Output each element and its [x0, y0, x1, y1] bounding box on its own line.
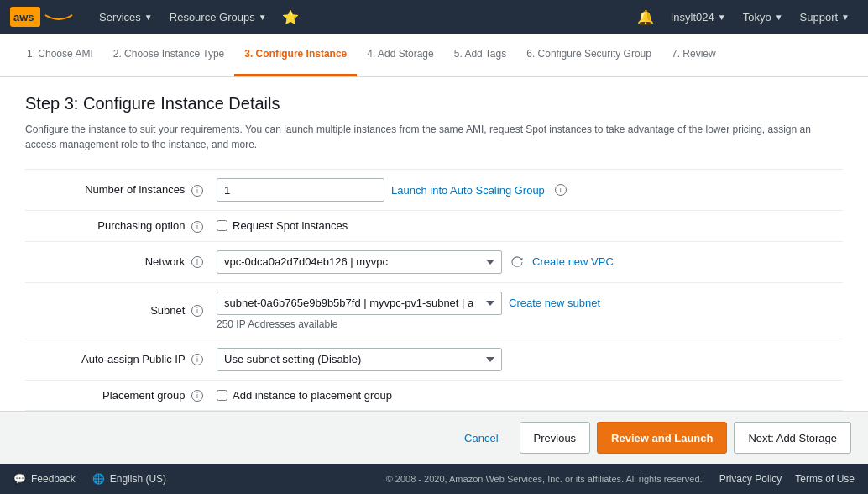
num-instances-input[interactable] [217, 178, 384, 202]
num-instances-label: Number of instances [85, 183, 185, 196]
subnet-row: Subnet i subnet-0a6b765e9b9b5b7fd | myvp… [25, 282, 843, 339]
services-chevron-icon: ▼ [144, 13, 153, 22]
review-launch-button[interactable]: Review and Launch [597, 422, 727, 454]
configure-form: Number of instances i Launch into Auto S… [25, 169, 843, 411]
subnet-info-icon[interactable]: i [191, 305, 203, 317]
network-refresh-button[interactable] [509, 254, 526, 271]
support-chevron-icon: ▼ [841, 13, 850, 22]
placement-check-label: Add instance to placement group [233, 389, 392, 402]
bottom-links: Privacy Policy Terms of Use [719, 473, 855, 485]
subnet-ip-note: 250 IP Addresses available [217, 318, 600, 330]
subnet-label: Subnet [150, 304, 185, 317]
step-6-configure-security-group[interactable]: 6. Configure Security Group [516, 34, 661, 76]
purchasing-label: Purchasing option [97, 219, 185, 232]
copyright-text: © 2008 - 2020, Amazon Web Services, Inc.… [386, 474, 703, 484]
step-5-add-tags[interactable]: 5. Add Tags [444, 34, 517, 76]
feedback-button[interactable]: 💬 Feedback [13, 473, 76, 485]
svg-text:aws: aws [13, 11, 34, 24]
services-menu[interactable]: Services ▼ [91, 0, 161, 34]
auto-assign-info-icon[interactable]: i [191, 354, 203, 365]
auto-assign-ip-select[interactable]: Use subnet setting (Disable) [217, 348, 502, 371]
resource-groups-menu[interactable]: Resource Groups ▼ [161, 0, 275, 34]
request-spot-checkbox[interactable] [217, 220, 227, 231]
language-selector[interactable]: 🌐 English (US) [92, 473, 166, 485]
step-1-choose-ami[interactable]: 1. Choose AMI [17, 34, 103, 76]
page-description: Configure the instance to suit your requ… [25, 122, 843, 152]
support-menu[interactable]: Support ▼ [792, 0, 858, 34]
request-spot-label: Request Spot instances [233, 219, 348, 232]
placement-info-icon[interactable]: i [191, 390, 203, 402]
create-subnet-link[interactable]: Create new subnet [509, 297, 600, 309]
region-chevron-icon: ▼ [775, 13, 783, 22]
page-title: Step 3: Configure Instance Details [25, 94, 843, 113]
step-2-choose-instance-type[interactable]: 2. Choose Instance Type [103, 34, 235, 76]
region-menu[interactable]: Tokyo ▼ [735, 0, 792, 34]
auto-assign-label: Auto-assign Public IP [81, 353, 185, 365]
launch-scaling-link[interactable]: Launch into Auto Scaling Group [391, 184, 545, 197]
privacy-policy-link[interactable]: Privacy Policy [719, 473, 782, 485]
aws-logo[interactable]: aws [10, 7, 74, 27]
placement-group-checkbox[interactable] [217, 390, 227, 401]
network-select[interactable]: vpc-0dca0a2d7d04eb126 | myvpc [217, 250, 502, 274]
scaling-info-icon[interactable]: i [555, 184, 567, 196]
feedback-bubble-icon: 💬 [13, 473, 26, 485]
purchasing-info-icon[interactable]: i [191, 221, 203, 233]
previous-button[interactable]: Previous [520, 422, 591, 454]
user-chevron-icon: ▼ [718, 13, 726, 22]
footer-bar: Cancel Previous Review and Launch Next: … [0, 411, 868, 464]
num-instances-row: Number of instances i Launch into Auto S… [25, 170, 843, 211]
placement-group-row: Placement group i Add instance to placem… [25, 380, 843, 411]
step-7-review[interactable]: 7. Review [661, 34, 726, 76]
user-menu[interactable]: Insylt024 ▼ [662, 0, 735, 34]
purchasing-row: Purchasing option i Request Spot instanc… [25, 211, 843, 242]
subnet-select[interactable]: subnet-0a6b765e9b9b5b7fd | myvpc-pv1-sub… [217, 292, 502, 315]
notifications-bell-icon[interactable]: 🔔 [629, 0, 662, 34]
cancel-button[interactable]: Cancel [450, 422, 512, 454]
next-add-storage-button[interactable]: Next: Add Storage [734, 422, 851, 454]
bottom-bar: 💬 Feedback 🌐 English (US) © 2008 - 2020,… [0, 464, 868, 494]
network-row: Network i vpc-0dca0a2d7d04eb126 | myvpc [25, 241, 843, 282]
top-navigation: aws Services ▼ Resource Groups ▼ ⭐ 🔔 Ins… [0, 0, 868, 34]
network-label: Network [145, 255, 186, 268]
step-4-add-storage[interactable]: 4. Add Storage [357, 34, 443, 76]
network-info-icon[interactable]: i [191, 256, 203, 268]
favorites-icon[interactable]: ⭐ [275, 0, 306, 34]
resource-groups-chevron-icon: ▼ [259, 13, 267, 22]
steps-bar: 1. Choose AMI 2. Choose Instance Type 3.… [0, 34, 868, 77]
main-content: Step 3: Configure Instance Details Confi… [0, 77, 868, 464]
auto-assign-ip-row: Auto-assign Public IP i Use subnet setti… [25, 339, 843, 380]
terms-of-use-link[interactable]: Terms of Use [795, 473, 855, 485]
num-instances-info-icon[interactable]: i [191, 185, 203, 197]
step-3-configure-instance[interactable]: 3. Configure Instance [234, 34, 357, 76]
globe-icon: 🌐 [92, 473, 105, 485]
placement-label: Placement group [102, 389, 185, 402]
create-vpc-link[interactable]: Create new VPC [532, 255, 614, 268]
